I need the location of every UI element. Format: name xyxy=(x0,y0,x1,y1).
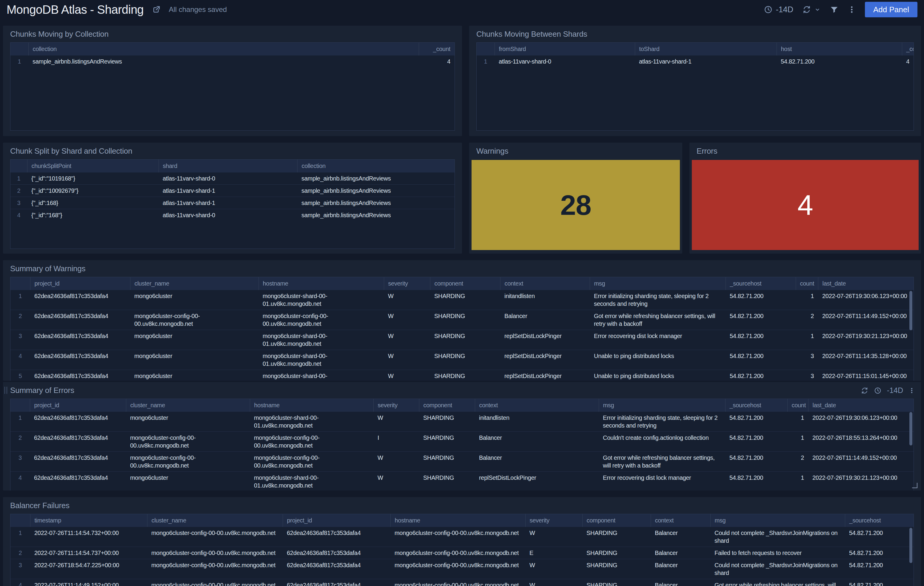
cell: Failed to fetch requests to recover xyxy=(710,547,845,559)
column-header-sourcehost[interactable]: _sourcehost xyxy=(725,399,787,412)
cell: replSetDistLockPinger xyxy=(500,350,590,370)
resize-corner-icon[interactable] xyxy=(912,483,917,488)
table-row[interactable]: 4{"_id":"168"}atlas-11varv-shard-0sample… xyxy=(10,209,455,221)
column-header-count[interactable]: _count xyxy=(419,43,455,56)
column-header-severity[interactable]: severity xyxy=(384,277,430,290)
column-header-host[interactable]: host xyxy=(777,43,902,56)
column-header-collection[interactable]: collection xyxy=(28,43,419,56)
table-row[interactable]: 162dea24636af817c353dafa4mongo6clustermo… xyxy=(10,290,914,310)
table-row[interactable]: 3{"_id":168}atlas-11varv-shard-1sample_a… xyxy=(10,197,455,209)
kebab-menu-icon[interactable] xyxy=(848,5,856,14)
filter-icon[interactable] xyxy=(830,5,839,14)
table-row[interactable]: 22022-07-26T11:14:54.737+00:00mongo6clus… xyxy=(10,547,914,559)
column-header-severity[interactable]: severity xyxy=(373,399,419,412)
column-header-context[interactable]: context xyxy=(475,399,599,412)
column-header-timestamp[interactable]: timestamp xyxy=(30,514,147,527)
column-header-msg[interactable]: msg xyxy=(710,514,845,527)
time-range-control[interactable]: -14D xyxy=(764,5,793,14)
cell: 54.82.71.200 xyxy=(845,559,914,579)
table-row[interactable]: 362dea24636af817c353dafa4mongo6clustermo… xyxy=(10,330,914,350)
scrollbar[interactable] xyxy=(909,528,912,563)
table-row[interactable]: 262dea24636af817c353dafa4mongo6cluster-c… xyxy=(10,432,914,452)
column-header-msg[interactable]: msg xyxy=(599,399,725,412)
table-row[interactable]: 462dea24636af817c353dafa4mongo6clustermo… xyxy=(10,472,914,491)
column-header-sourcehost[interactable]: _sourcehost xyxy=(726,277,796,290)
column-header-fromshard[interactable]: fromShard xyxy=(495,43,635,56)
table-row[interactable]: 42022-07-26T11:14:49.152+00:00mongo6clus… xyxy=(10,579,914,586)
scrollbar[interactable] xyxy=(909,412,912,446)
drag-handle-icon[interactable] xyxy=(5,387,7,394)
cell: Error recovering dist lock manager xyxy=(590,330,726,350)
scrollbar[interactable] xyxy=(909,291,912,330)
refresh-icon[interactable] xyxy=(861,387,868,395)
column-header-component[interactable]: component xyxy=(419,399,475,412)
column-header-cluster-name[interactable]: cluster_name xyxy=(130,277,259,290)
column-header-msg[interactable]: msg xyxy=(590,277,726,290)
kebab-menu-icon[interactable] xyxy=(909,387,915,394)
column-header-shard[interactable]: shard xyxy=(158,160,297,173)
row-number: 1 xyxy=(10,173,27,185)
table-container: collection_count1sample_airbnb.listingsA… xyxy=(10,42,455,131)
table-row[interactable]: 2{"_id":"10092679"}atlas-11varv-shard-1s… xyxy=(10,185,455,197)
column-header-context[interactable]: context xyxy=(651,514,710,527)
column-header-last-date[interactable]: last_date xyxy=(808,399,914,412)
table-row[interactable]: 462dea24636af817c353dafa4mongo6clustermo… xyxy=(10,350,914,370)
table-header-row: timestampcluster_nameproject_idhostnames… xyxy=(10,514,914,527)
cell: Balancer xyxy=(475,452,599,472)
column-header-sourcehost[interactable]: _sourcehost xyxy=(845,514,914,527)
panel-summary-of-warnings: Summary of Warnings project_idcluster_na… xyxy=(3,260,921,381)
warnings-stat[interactable]: 28 xyxy=(472,160,680,250)
column-header-component[interactable]: component xyxy=(582,514,651,527)
panel-time-range-label[interactable]: -14D xyxy=(887,386,903,395)
column-header-chunksplitpoint[interactable]: chunkSplitPoint xyxy=(27,160,158,173)
cell: W xyxy=(373,472,419,491)
cell: 62dea24636af817c353dafa4 xyxy=(30,412,126,432)
cell: Could not complete _ShardsvrJoinMigratio… xyxy=(710,559,845,579)
column-header-hostname[interactable]: hostname xyxy=(250,399,373,412)
column-header-cluster-name[interactable]: cluster_name xyxy=(147,514,283,527)
add-panel-button[interactable]: Add Panel xyxy=(865,2,917,17)
summary-of-warnings-table: project_idcluster_namehostnameseverityco… xyxy=(10,277,914,381)
share-icon[interactable] xyxy=(152,5,161,14)
cell: mongo6cluster-config-00-00.uv8kc.mongodb… xyxy=(130,310,259,330)
panel-title: Summary of Errors xyxy=(3,382,921,398)
errors-stat[interactable]: 4 xyxy=(692,160,919,250)
column-header-hostname[interactable]: hostname xyxy=(259,277,384,290)
table-row[interactable]: 1atlas-11varv-shard-0atlas-11varv-shard-… xyxy=(477,56,914,67)
cell: 4 xyxy=(419,56,455,67)
column-header-component[interactable]: component xyxy=(430,277,500,290)
column-header-last-date[interactable]: last_date xyxy=(818,277,914,290)
clock-icon[interactable] xyxy=(874,387,882,395)
column-header-cluster-name[interactable]: cluster_name xyxy=(126,399,250,412)
column-header-collection[interactable]: collection xyxy=(297,160,455,173)
table-row[interactable]: 162dea24636af817c353dafa4mongo6clustermo… xyxy=(10,412,914,432)
row-number: 4 xyxy=(10,350,30,370)
cell: 3 xyxy=(796,350,818,370)
column-header-context[interactable]: context xyxy=(500,277,590,290)
table-row[interactable]: 1{"_id":"1019168"}atlas-11varv-shard-0sa… xyxy=(10,173,455,185)
column-header-count[interactable]: count xyxy=(787,399,808,412)
cell: 62dea24636af817c353dafa4 xyxy=(30,370,130,381)
column-header-count[interactable]: count xyxy=(796,277,818,290)
column-header-hostname[interactable]: hostname xyxy=(390,514,525,527)
table-row[interactable]: 32022-07-26T18:54:47.225+00:00mongo6clus… xyxy=(10,559,914,579)
cell: W xyxy=(384,330,430,350)
time-range-label: -14D xyxy=(776,5,793,14)
cell: {"_id":168} xyxy=(27,197,158,209)
balancer-failures-table: timestampcluster_nameproject_idhostnames… xyxy=(10,514,914,586)
column-header-project-id[interactable]: project_id xyxy=(30,399,126,412)
refresh-control[interactable] xyxy=(802,5,821,14)
table-row[interactable]: 262dea24636af817c353dafa4mongo6cluster-c… xyxy=(10,310,914,330)
row-number: 1 xyxy=(10,412,30,432)
table-row[interactable]: 12022-07-26T11:14:54.732+00:00mongo6clus… xyxy=(10,527,914,547)
column-header-toshard[interactable]: toShard xyxy=(635,43,777,56)
column-header-project-id[interactable]: project_id xyxy=(283,514,390,527)
column-header-project-id[interactable]: project_id xyxy=(30,277,130,290)
cell: 54.82.71.200 xyxy=(726,350,796,370)
table-row[interactable]: 1sample_airbnb.listingsAndReviews4 xyxy=(10,56,455,67)
column-header-count[interactable]: _count xyxy=(902,43,914,56)
cell: Balancer xyxy=(500,310,590,330)
table-row[interactable]: 362dea24636af817c353dafa4mongo6cluster-c… xyxy=(10,452,914,472)
column-header-severity[interactable]: severity xyxy=(525,514,582,527)
table-row[interactable]: 562dea24636af817c353dafa4mongo6clustermo… xyxy=(10,370,914,381)
